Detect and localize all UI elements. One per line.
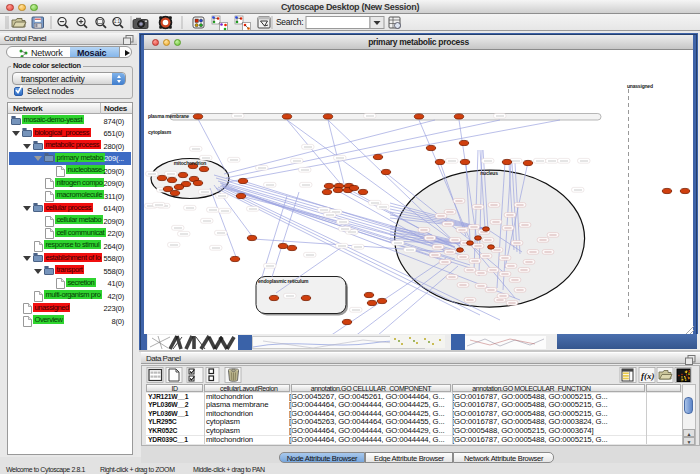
svg-text:f(x): f(x) — [641, 371, 655, 381]
svg-text:plasma membrane: plasma membrane — [148, 113, 189, 119]
svg-text:1:1: 1:1 — [114, 19, 121, 24]
svg-text:nucleus: nucleus — [480, 170, 498, 176]
svg-text:Search:: Search: — [276, 17, 303, 27]
svg-text:unassigned: unassigned — [627, 83, 653, 89]
svg-text:mitochondrion: mitochondrion — [174, 160, 207, 166]
svg-text:cytoplasm: cytoplasm — [148, 129, 172, 135]
svg-text:endoplasmic reticulum: endoplasmic reticulum — [258, 278, 309, 284]
